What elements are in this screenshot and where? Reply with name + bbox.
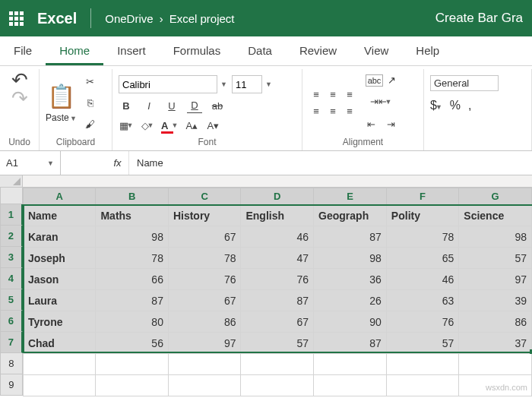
cell[interactable]: 76 <box>168 269 241 290</box>
cell[interactable] <box>96 354 168 375</box>
cell[interactable]: 26 <box>314 290 387 311</box>
breadcrumb[interactable]: OneDrive › Excel project <box>105 12 234 25</box>
strikethrough-button[interactable]: ab <box>210 98 225 113</box>
cell[interactable]: English <box>241 205 314 226</box>
row-header[interactable]: 9 <box>0 374 23 396</box>
document-title[interactable]: Create Bar Gra <box>435 11 523 26</box>
row-header[interactable]: 7 <box>0 332 23 353</box>
select-all-button[interactable] <box>0 175 23 187</box>
cell[interactable] <box>314 354 387 375</box>
font-name-input[interactable] <box>119 75 217 93</box>
cell[interactable]: Joseph <box>23 248 96 269</box>
row-header[interactable]: 6 <box>0 311 23 332</box>
copy-icon[interactable]: ⎘ <box>83 96 98 111</box>
cell[interactable]: 87 <box>96 290 168 311</box>
double-underline-button[interactable]: D <box>187 98 202 113</box>
chevron-down-icon[interactable]: ▼ <box>47 159 54 167</box>
align-left-icon[interactable]: ≡ <box>309 104 324 119</box>
row-header[interactable]: 1 <box>0 204 23 226</box>
cell[interactable]: History <box>168 205 241 226</box>
percent-icon[interactable]: % <box>450 99 461 112</box>
cell[interactable]: 78 <box>386 226 458 248</box>
cell[interactable]: Name <box>23 205 96 226</box>
format-painter-icon[interactable]: 🖌 <box>83 117 98 132</box>
cell[interactable]: Laura <box>23 290 96 311</box>
tab-formulas[interactable]: Formulas <box>160 36 235 65</box>
redo-icon[interactable]: ↷ <box>12 90 27 106</box>
cell[interactable]: 80 <box>96 311 168 333</box>
cell[interactable]: 67 <box>168 290 241 311</box>
fill-color-button[interactable]: ◇▼ <box>140 118 155 133</box>
cell[interactable]: Geograph <box>314 205 387 226</box>
cell[interactable]: 86 <box>168 311 241 333</box>
cell[interactable] <box>386 354 458 375</box>
borders-button[interactable]: ▦▼ <box>119 118 134 133</box>
cell[interactable]: 98 <box>96 226 168 248</box>
cell[interactable] <box>459 354 532 375</box>
cell[interactable]: 67 <box>168 226 241 248</box>
tab-insert[interactable]: Insert <box>103 36 160 65</box>
number-format-select[interactable]: General <box>430 75 499 91</box>
cell[interactable]: 37 <box>459 333 532 354</box>
fx-icon[interactable]: fx <box>106 151 129 175</box>
breadcrumb-item[interactable]: OneDrive <box>105 12 153 25</box>
row-header[interactable]: 3 <box>0 247 23 268</box>
column-header[interactable]: A <box>23 188 96 205</box>
cell[interactable]: Chad <box>23 333 96 354</box>
orientation-icon[interactable]: ↗ <box>388 74 396 86</box>
column-header[interactable]: B <box>96 188 168 205</box>
cell[interactable]: 86 <box>459 311 532 333</box>
cell[interactable]: 90 <box>314 311 387 333</box>
cell[interactable]: 78 <box>96 248 168 269</box>
column-header[interactable]: D <box>241 188 314 205</box>
wrap-text-button[interactable]: abc <box>366 74 384 87</box>
cell[interactable]: 76 <box>241 269 314 290</box>
cell[interactable] <box>386 375 458 396</box>
align-middle-icon[interactable]: ≡ <box>325 87 340 103</box>
row-header[interactable]: 8 <box>0 353 23 374</box>
cell[interactable]: 78 <box>168 248 241 269</box>
tab-data[interactable]: Data <box>234 36 286 65</box>
cell[interactable]: Science <box>459 205 532 226</box>
cell[interactable]: Polity <box>386 205 458 226</box>
cell[interactable]: 36 <box>314 269 387 290</box>
decrease-font-icon[interactable]: A▾ <box>205 118 220 133</box>
currency-icon[interactable]: $▼ <box>430 99 442 112</box>
cell[interactable] <box>168 354 241 375</box>
undo-icon[interactable]: ↶ <box>12 72 27 87</box>
tab-view[interactable]: View <box>350 36 402 65</box>
paste-button[interactable]: 📋 Paste ▼ <box>46 83 77 123</box>
cell[interactable]: 56 <box>96 333 168 354</box>
bold-button[interactable]: B <box>119 98 134 113</box>
cell[interactable] <box>23 354 96 375</box>
chevron-down-icon[interactable]: ▼ <box>265 81 272 88</box>
cell[interactable]: 57 <box>386 333 458 354</box>
cell[interactable]: Tyrone <box>23 311 96 333</box>
cell[interactable] <box>96 375 168 396</box>
cell[interactable]: 87 <box>314 226 387 248</box>
merge-button[interactable]: ⇥⇤▼ <box>373 94 388 109</box>
italic-button[interactable]: I <box>141 98 157 113</box>
cell[interactable] <box>241 375 314 396</box>
cell[interactable]: 39 <box>459 290 532 311</box>
cell[interactable] <box>314 375 387 396</box>
column-header[interactable]: F <box>386 188 458 205</box>
cell[interactable]: 98 <box>459 226 532 248</box>
cell[interactable]: 67 <box>241 311 314 333</box>
font-size-input[interactable] <box>232 75 262 93</box>
align-bottom-icon[interactable]: ≡ <box>342 87 357 103</box>
cell[interactable]: Jason <box>23 269 96 290</box>
column-header[interactable]: C <box>168 188 241 205</box>
tab-help[interactable]: Help <box>402 36 453 65</box>
row-header[interactable]: 5 <box>0 289 23 311</box>
chevron-down-icon[interactable]: ▼ <box>220 81 227 88</box>
row-header[interactable]: 2 <box>0 226 23 247</box>
cell[interactable]: 47 <box>241 248 314 269</box>
breadcrumb-item[interactable]: Excel project <box>169 12 235 25</box>
cell[interactable] <box>23 375 96 396</box>
name-box[interactable]: A1 ▼ <box>0 151 61 175</box>
tab-file[interactable]: File <box>0 36 46 65</box>
column-header[interactable]: G <box>459 188 532 205</box>
row-header[interactable]: 4 <box>0 268 23 289</box>
cell[interactable]: 57 <box>459 248 532 269</box>
